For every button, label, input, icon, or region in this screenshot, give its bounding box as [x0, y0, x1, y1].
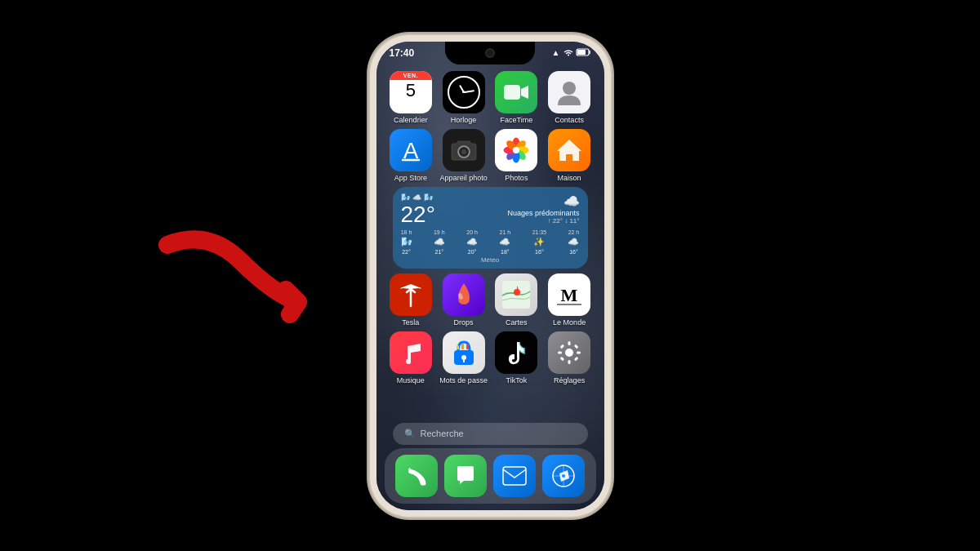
weather-hour-2135-time: 21:35: [532, 229, 547, 235]
weather-right: ☁️ Nuages prédominants ↑ 22° ↓ 11°: [507, 193, 579, 224]
app-label-camera: Appareil photo: [440, 174, 488, 182]
app-label-facetime: FaceTime: [501, 116, 533, 124]
app-cartes[interactable]: Cartes: [492, 273, 540, 327]
svg-rect-36: [558, 351, 562, 353]
app-calendrier[interactable]: VEN. 5 Calendrier: [387, 71, 434, 124]
app-tiktok[interactable]: TikTok: [492, 331, 540, 384]
dock-mail[interactable]: [493, 455, 536, 497]
app-horloge[interactable]: Horloge: [440, 71, 488, 124]
weather-hour-18-temp: 22°: [402, 249, 411, 255]
dock-safari[interactable]: [542, 455, 585, 497]
app-label-horloge: Horloge: [451, 116, 477, 124]
app-row-4: Musique: [385, 331, 596, 384]
weather-cloud-right-icon: ☁️: [507, 193, 579, 209]
search-label: Recherche: [421, 429, 464, 438]
app-musique[interactable]: Musique: [387, 331, 434, 384]
svg-rect-32: [466, 344, 469, 349]
svg-marker-20: [557, 140, 581, 161]
app-icon-drops: [443, 273, 485, 316]
app-icon-photos: [495, 129, 537, 171]
app-icon-cartes: [495, 273, 537, 316]
svg-rect-31: [461, 344, 464, 349]
dock-icon-phone: [395, 455, 438, 497]
app-icon-contacts: [548, 71, 590, 113]
dock-phone[interactable]: [395, 455, 438, 497]
weather-hour-21-time: 21 h: [500, 229, 511, 235]
app-icon-reglages: [548, 331, 590, 374]
app-camera[interactable]: Appareil photo: [440, 129, 488, 182]
notch: [445, 42, 535, 64]
weather-hour-21-icon: ☁️: [499, 237, 510, 247]
weather-hour-20-time: 20 h: [466, 229, 478, 235]
app-label-cartes: Cartes: [506, 318, 528, 327]
app-label-maison: Maison: [558, 174, 581, 182]
app-icon-facetime: [495, 71, 537, 113]
weather-hour-2135: 21:35 ✨ 16°: [532, 229, 547, 255]
phone-frame: 17:40 ▲ VEN.: [370, 35, 611, 517]
svg-point-28: [461, 355, 466, 360]
clock-hand-min: [463, 90, 474, 93]
svg-rect-37: [577, 351, 581, 353]
svg-rect-40: [560, 356, 565, 361]
svg-text:M: M: [561, 285, 578, 305]
wifi-icon: [564, 48, 573, 58]
app-row-3: Tesla Drops: [385, 273, 596, 327]
app-lemonde[interactable]: M Le Monde: [546, 273, 593, 327]
app-facetime[interactable]: FaceTime: [492, 71, 540, 124]
dock-messages[interactable]: [444, 455, 487, 497]
weather-hour-18-icon: 🌬️: [401, 237, 412, 247]
app-mdp[interactable]: Mots de passe: [440, 331, 488, 384]
svg-marker-4: [521, 86, 528, 99]
app-label-photos: Photos: [505, 174, 528, 182]
weather-hour-20-temp: 20°: [468, 249, 477, 255]
app-icon-appstore: A: [390, 129, 432, 171]
app-icon-tesla: [390, 273, 432, 316]
app-icon-musique: [390, 331, 432, 374]
search-icon: 🔍: [404, 429, 416, 439]
weather-hour-2135-icon: ✨: [533, 237, 545, 247]
app-reglages[interactable]: Réglages: [546, 331, 593, 384]
svg-point-5: [563, 82, 576, 95]
weather-hour-20: 20 h ☁️ 20°: [466, 229, 478, 255]
weather-hour-2135-temp: 16°: [535, 249, 544, 255]
app-icon-tiktok: [495, 331, 537, 374]
scene: 17:40 ▲ VEN.: [0, 0, 980, 551]
app-row-2: A App Store: [385, 129, 596, 182]
app-appstore[interactable]: A App Store: [387, 129, 434, 182]
app-grid: VEN. 5 Calendrier: [376, 68, 604, 389]
app-tesla[interactable]: Tesla: [387, 273, 434, 327]
svg-rect-34: [568, 341, 571, 345]
weather-lo: ↓ 11°: [564, 217, 579, 224]
arrow-graphic: [159, 220, 339, 327]
weather-hour-18-time: 18 h: [401, 229, 412, 235]
dock: [385, 448, 596, 504]
cal-day: 5: [406, 81, 416, 100]
weather-hour-18: 18 h 🌬️ 22°: [401, 229, 412, 255]
weather-top: 🌬️ ☁️ 🌬️ 22° ☁️ Nuages prédominants ↑ 22…: [401, 193, 580, 226]
svg-rect-3: [504, 85, 520, 100]
app-maison[interactable]: Maison: [546, 129, 593, 182]
app-label-reglages: Réglages: [554, 376, 585, 384]
weather-widget[interactable]: 🌬️ ☁️ 🌬️ 22° ☁️ Nuages prédominants ↑ 22…: [393, 187, 588, 269]
weather-cloud-icon1: ☁️: [412, 193, 421, 202]
app-label-lemonde: Le Monde: [553, 318, 586, 327]
svg-point-47: [562, 474, 565, 478]
app-contacts[interactable]: Contacts: [546, 71, 593, 124]
weather-condition: Nuages prédominants: [507, 209, 579, 217]
svg-rect-39: [574, 344, 579, 349]
app-label-musique: Musique: [397, 376, 425, 384]
svg-rect-2: [577, 50, 586, 55]
status-time: 17:40: [390, 47, 415, 59]
app-drops[interactable]: Drops: [440, 273, 488, 327]
app-label-tesla: Tesla: [402, 318, 419, 327]
weather-app-label: Météo: [401, 256, 580, 264]
weather-wind-icon2: 🌬️: [424, 193, 433, 202]
app-icon-mdp: [443, 331, 485, 374]
search-bar[interactable]: 🔍 Recherche: [393, 423, 588, 445]
svg-rect-38: [560, 344, 565, 349]
svg-rect-42: [503, 467, 526, 485]
weather-left: 🌬️ ☁️ 🌬️ 22°: [401, 193, 435, 226]
weather-hour-21: 21 h ☁️ 18°: [499, 229, 510, 255]
weather-hour-19-temp: 21°: [434, 249, 443, 255]
app-photos[interactable]: Photos: [492, 129, 540, 182]
